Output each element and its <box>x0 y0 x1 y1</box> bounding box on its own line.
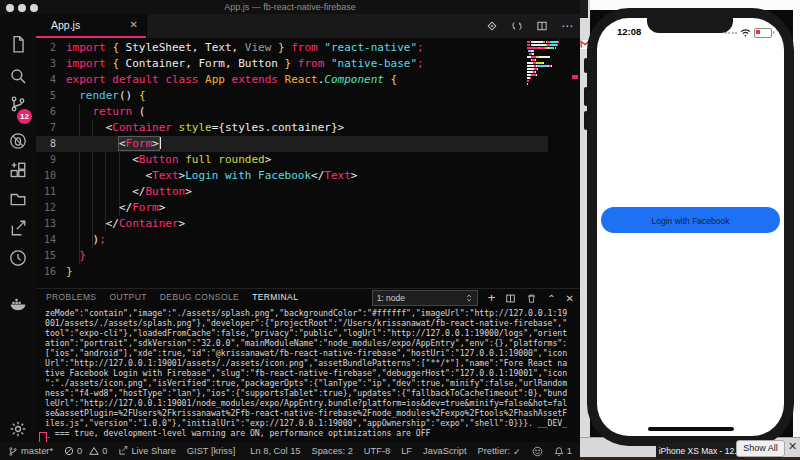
line-number: 5 <box>36 88 56 104</box>
code-line[interactable]: 7 <Container style={styles.container}> <box>36 120 548 136</box>
line-number: 2 <box>36 40 56 56</box>
line-number: 15 <box>36 248 56 264</box>
window-title: App.js — fb-react-native-firebase <box>0 2 580 12</box>
panel-tab-output[interactable]: OUTPUT <box>109 292 146 302</box>
code-line[interactable]: 5 render() { <box>36 88 548 104</box>
maximize-panel-icon[interactable]: ⌃ <box>547 293 555 304</box>
line-number: 4 <box>36 72 56 88</box>
code-line[interactable]: 10 <Text>Login with Facebook</Text> <box>36 168 548 184</box>
sidebar-item-time-tracker[interactable] <box>9 249 27 267</box>
sidebar-item-file-explorer[interactable] <box>9 190 27 208</box>
live-share-icon <box>118 446 128 456</box>
notification-count: 1 <box>567 446 572 456</box>
status-bar: master* 0 0 Live Share GIST [kriss] Ln 8… <box>0 442 580 460</box>
sidebar-item-docker[interactable] <box>9 295 27 313</box>
window-titlebar[interactable]: App.js — fb-react-native-firebase <box>0 0 580 14</box>
encoding-status[interactable]: UTF-8 <box>364 446 390 456</box>
code-line[interactable]: 16} <box>36 264 548 280</box>
panel-controls: 1: node + ⌃ ✕ <box>372 290 574 306</box>
sidebar-item-debug[interactable] <box>9 132 27 150</box>
code-line[interactable]: 4export default class App extends React.… <box>36 72 548 88</box>
panel-header: PROBLEMSOUTPUTDEBUG CONSOLETERMINAL 1: n… <box>36 289 580 307</box>
activity-bar: 12 <box>0 14 36 442</box>
code-line[interactable]: 2import { StyleSheet, Text, View } from … <box>36 40 548 56</box>
feedback-smiley-button[interactable] <box>532 446 543 457</box>
line-number: 10 <box>36 168 56 184</box>
minimap[interactable] <box>527 41 571 86</box>
more-actions-icon[interactable]: ⋯ <box>561 21 574 31</box>
code-line[interactable]: 8 <Form> <box>36 136 548 152</box>
bottom-panel: PROBLEMSOUTPUTDEBUG CONSOLETERMINAL 1: n… <box>36 288 580 443</box>
code-editor[interactable]: 2import { StyleSheet, Text, View } from … <box>36 38 580 288</box>
home-indicator <box>648 427 734 431</box>
battery-icon <box>754 28 772 38</box>
panel-tab-problems[interactable]: PROBLEMS <box>46 292 96 302</box>
tab-appjs[interactable]: App.js ✕ <box>36 14 147 38</box>
share-arrow-icon <box>9 219 27 237</box>
settings-gear-button[interactable] <box>9 420 27 438</box>
code-line[interactable]: 13 </Container> <box>36 216 548 232</box>
vscode-window: App.js — fb-react-native-firebase 12 <box>0 0 580 460</box>
cursor-position-status[interactable]: Ln 8, Col 15 <box>250 446 300 456</box>
sync-icon[interactable] <box>511 20 523 32</box>
terminal-output[interactable]: zeMode":"contain","image":"./assets/spla… <box>45 308 575 438</box>
gist-status[interactable]: GIST [kriss] <box>187 446 235 456</box>
live-share-status[interactable]: Live Share <box>118 446 175 456</box>
formatter-label: Prettier: <box>477 446 510 456</box>
line-number: 8 <box>36 136 56 152</box>
close-panel-icon[interactable]: ✕ <box>566 293 574 304</box>
text-cursor <box>160 137 162 149</box>
language-mode-status[interactable]: JavaScript <box>423 446 466 456</box>
show-all-button[interactable]: Show All <box>736 440 785 457</box>
tab-close-icon[interactable]: ✕ <box>130 19 138 30</box>
beautify-icon[interactable] <box>486 20 498 32</box>
new-terminal-button[interactable]: + <box>488 292 496 304</box>
notifications-status[interactable]: 1 <box>554 446 572 457</box>
screenshot-root: App.js — fb-react-native-firebase 12 <box>0 0 800 460</box>
scm-badge: 12 <box>17 109 32 124</box>
terminal-shell-select[interactable]: 1: node <box>372 290 478 306</box>
warning-icon <box>89 446 99 456</box>
code-line[interactable]: 15 } <box>36 248 548 264</box>
iphone-screen: 12:08 Login with Facebook <box>597 18 784 436</box>
panel-tab-terminal[interactable]: TERMINAL <box>252 292 298 302</box>
editor-actions: ⋯ <box>486 14 574 38</box>
indentation-status[interactable]: Spaces: 2 <box>312 446 353 456</box>
sidebar-item-extensions[interactable] <box>9 161 27 179</box>
shell-select-value: 1: node <box>377 292 405 305</box>
bottom-bar-close-icon[interactable]: ✕ <box>788 440 797 453</box>
eol-status[interactable]: LF <box>401 446 412 456</box>
code-line[interactable]: 11 </Button> <box>36 184 548 200</box>
panel-tab-debug-console[interactable]: DEBUG CONSOLE <box>160 292 239 302</box>
sidebar-item-explorer[interactable] <box>9 35 27 53</box>
docker-icon <box>9 295 27 313</box>
branch-name: master* <box>21 446 53 456</box>
folder-icon <box>9 190 27 208</box>
line-number: 6 <box>36 104 56 120</box>
extensions-icon <box>9 161 27 179</box>
problems-status[interactable]: 0 0 <box>64 446 107 456</box>
clock-icon <box>9 249 27 267</box>
line-number: 12 <box>36 200 56 216</box>
live-share-label: Live Share <box>131 446 175 456</box>
cellular-signal-icon <box>725 32 738 34</box>
git-branch-status[interactable]: master* <box>8 446 53 457</box>
code-line[interactable]: 14 ); <box>36 232 548 248</box>
login-with-facebook-button[interactable]: Login with Facebook <box>601 207 780 233</box>
code-line[interactable]: 12 </Form> <box>36 200 548 216</box>
check-icon: ✓ <box>513 446 521 457</box>
code-line[interactable]: 3import { Container, Form, Button } from… <box>36 56 548 72</box>
branch-icon <box>8 446 18 457</box>
code-line[interactable]: 6 return ( <box>36 104 548 120</box>
sidebar-item-project-share[interactable] <box>9 219 27 237</box>
sidebar-item-search[interactable] <box>9 67 27 85</box>
code-area[interactable]: 2import { StyleSheet, Text, View } from … <box>36 40 548 280</box>
warning-count: 0 <box>102 446 107 456</box>
status-bar-time: 12:08 <box>617 26 641 37</box>
kill-terminal-trash-icon[interactable] <box>526 293 537 304</box>
split-terminal-icon[interactable] <box>505 293 516 304</box>
code-line[interactable]: 9 <Button full rounded> <box>36 152 548 168</box>
formatter-status[interactable]: Prettier: ✓ <box>477 446 520 457</box>
split-editor-icon[interactable] <box>536 20 548 32</box>
line-number: 9 <box>36 152 56 168</box>
